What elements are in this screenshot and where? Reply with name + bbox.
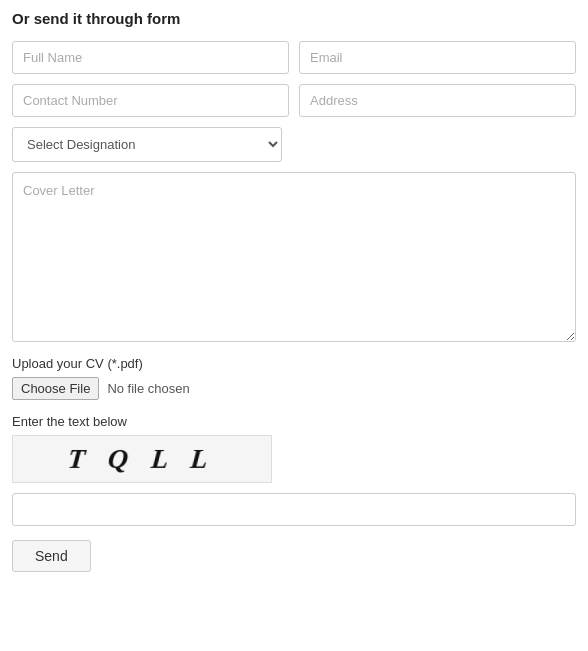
- send-button[interactable]: Send: [12, 540, 91, 572]
- contact-input[interactable]: [12, 84, 289, 117]
- full-name-input[interactable]: [12, 41, 289, 74]
- no-file-text: No file chosen: [107, 381, 189, 396]
- section-title: Or send it through form: [12, 10, 576, 27]
- address-input[interactable]: [299, 84, 576, 117]
- contact-address-row: [12, 84, 576, 117]
- designation-select[interactable]: Select Designation Manager Developer Des…: [12, 127, 282, 162]
- captcha-input[interactable]: [12, 493, 576, 526]
- cover-letter-textarea[interactable]: [12, 172, 576, 342]
- email-input[interactable]: [299, 41, 576, 74]
- captcha-label: Enter the text below: [12, 414, 576, 429]
- file-input-row: Choose File No file chosen: [12, 377, 576, 400]
- choose-file-button[interactable]: Choose File: [12, 377, 99, 400]
- name-email-row: [12, 41, 576, 74]
- upload-label: Upload your CV (*.pdf): [12, 356, 576, 371]
- captcha-image: T Q L L: [12, 435, 272, 483]
- captcha-display-text: T Q L L: [57, 443, 227, 475]
